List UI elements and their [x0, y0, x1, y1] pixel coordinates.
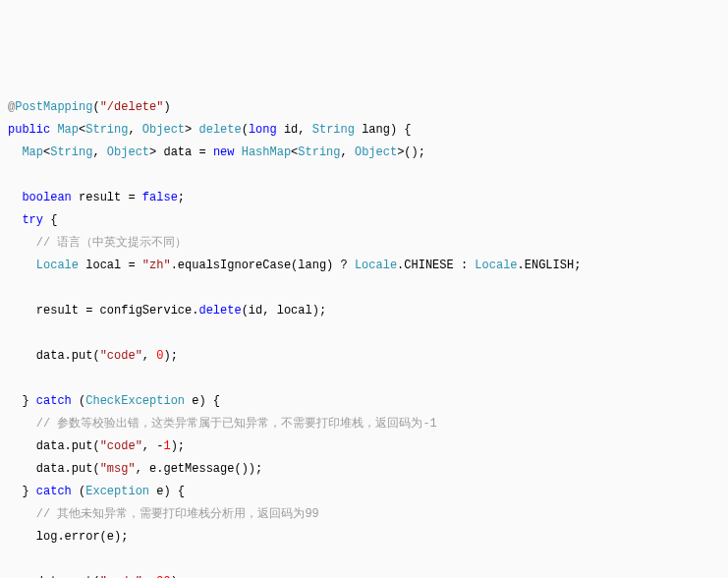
code-line[interactable]: try {	[8, 209, 728, 232]
token-plain: >	[185, 123, 198, 137]
token-plain: ,	[128, 123, 141, 137]
code-line[interactable]: data.put("code", -1);	[8, 435, 728, 458]
indent	[8, 255, 36, 277]
token-plain: ,	[142, 349, 156, 363]
token-plain: > data =	[149, 145, 213, 159]
token-plain	[8, 326, 15, 340]
token-plain	[234, 145, 241, 159]
code-line[interactable]: result = configService.delete(id, local)…	[8, 300, 728, 322]
token-plain: ;	[178, 191, 185, 204]
token-plain: (	[92, 100, 99, 114]
token-number: 1	[163, 439, 170, 453]
token-type: Object	[107, 145, 149, 159]
indent	[8, 503, 36, 526]
token-keyword: catch	[36, 485, 72, 498]
token-type: Map	[57, 123, 79, 137]
token-type: PostMapping	[15, 100, 92, 114]
token-plain: );	[171, 439, 185, 453]
code-line[interactable]: // 语言（中英文提示不同）	[8, 232, 728, 255]
token-plain: e) {	[185, 394, 220, 408]
token-plain: log.error(e);	[36, 530, 129, 544]
code-line[interactable]	[8, 277, 728, 300]
indent	[8, 232, 36, 255]
code-line[interactable]: public Map<String, Object> delete(long i…	[8, 119, 728, 142]
token-plain: }	[22, 485, 35, 498]
token-plain: id,	[277, 123, 312, 137]
token-type: Object	[142, 123, 185, 137]
token-plain: (	[72, 485, 85, 498]
token-plain: lang) {	[355, 123, 412, 137]
token-plain	[8, 281, 15, 295]
code-line[interactable]: } catch (CheckException e) {	[8, 390, 728, 413]
indent	[8, 458, 36, 481]
token-type: Exception	[85, 485, 149, 498]
token-plain: (	[242, 123, 249, 137]
indent	[8, 435, 36, 458]
token-keyword: public	[8, 123, 50, 137]
token-type: delete	[198, 123, 241, 137]
code-line[interactable]: } catch (Exception e) {	[8, 481, 728, 503]
token-plain	[8, 372, 15, 385]
token-plain: >();	[397, 145, 425, 159]
token-plain: }	[22, 394, 35, 408]
token-plain: {	[43, 213, 57, 227]
token-keyword: long	[249, 123, 277, 137]
token-plain: data.put(	[36, 462, 100, 476]
token-keyword: false	[142, 191, 178, 204]
token-plain: .equalsIgnoreCase(lang) ?	[171, 259, 355, 272]
token-plain: (id, local);	[242, 304, 326, 318]
code-line[interactable]: data.put("code", 0);	[8, 345, 728, 368]
code-line[interactable]: log.error(e);	[8, 526, 728, 549]
code-line[interactable]	[8, 549, 728, 571]
token-string: "msg"	[100, 462, 136, 476]
indent	[8, 571, 36, 578]
indent	[8, 526, 36, 549]
indent	[8, 187, 22, 209]
token-type: Map	[22, 145, 43, 159]
code-line[interactable]	[8, 322, 728, 345]
token-string: "code"	[100, 439, 142, 453]
code-line[interactable]: data.put("code", 99);	[8, 571, 728, 578]
token-type: Locale	[475, 259, 517, 272]
indent	[8, 390, 22, 413]
indent	[8, 209, 22, 232]
token-keyword: new	[213, 145, 235, 159]
token-plain: data.put(	[36, 439, 100, 453]
indent	[8, 481, 22, 503]
token-plain	[8, 552, 15, 566]
token-type: HashMap	[242, 145, 291, 159]
code-line[interactable]: // 其他未知异常，需要打印堆栈分析用，返回码为99	[8, 503, 728, 526]
token-plain: local =	[79, 259, 142, 272]
token-comment: // 参数等校验出错，这类异常属于已知异常，不需要打印堆栈，返回码为-1	[36, 417, 437, 431]
code-line[interactable]: Locale local = "zh".equalsIgnoreCase(lan…	[8, 255, 728, 277]
token-string: "/delete"	[100, 100, 164, 114]
code-editor[interactable]: @PostMapping("/delete")public Map<String…	[8, 96, 728, 578]
token-keyword: catch	[36, 394, 72, 408]
token-plain: (	[72, 394, 85, 408]
code-line[interactable]: // 参数等校验出错，这类异常属于已知异常，不需要打印堆栈，返回码为-1	[8, 413, 728, 435]
token-plain: );	[163, 349, 177, 363]
code-line[interactable]	[8, 164, 728, 187]
token-plain: .CHINESE :	[397, 259, 475, 272]
indent	[8, 300, 36, 322]
token-plain: data.put(	[36, 349, 100, 363]
token-type: CheckException	[85, 394, 185, 408]
code-line[interactable]: data.put("msg", e.getMessage());	[8, 458, 728, 481]
token-type: String	[312, 123, 355, 137]
indent	[8, 345, 36, 368]
token-type: Locale	[355, 259, 397, 272]
token-plain: )	[163, 100, 170, 114]
indent	[8, 413, 36, 435]
token-type: Object	[355, 145, 397, 159]
code-line[interactable]: boolean result = false;	[8, 187, 728, 209]
token-type: String	[50, 145, 92, 159]
token-keyword: try	[22, 213, 43, 227]
token-keyword: boolean	[22, 191, 71, 204]
code-line[interactable]: @PostMapping("/delete")	[8, 96, 728, 119]
code-line[interactable]: Map<String, Object> data = new HashMap<S…	[8, 142, 728, 164]
token-type: Locale	[36, 259, 79, 272]
token-keyword: delete	[198, 304, 241, 318]
token-plain: .ENGLISH;	[518, 259, 582, 272]
token-plain: , e.getMessage());	[136, 462, 263, 476]
code-line[interactable]	[8, 368, 728, 390]
